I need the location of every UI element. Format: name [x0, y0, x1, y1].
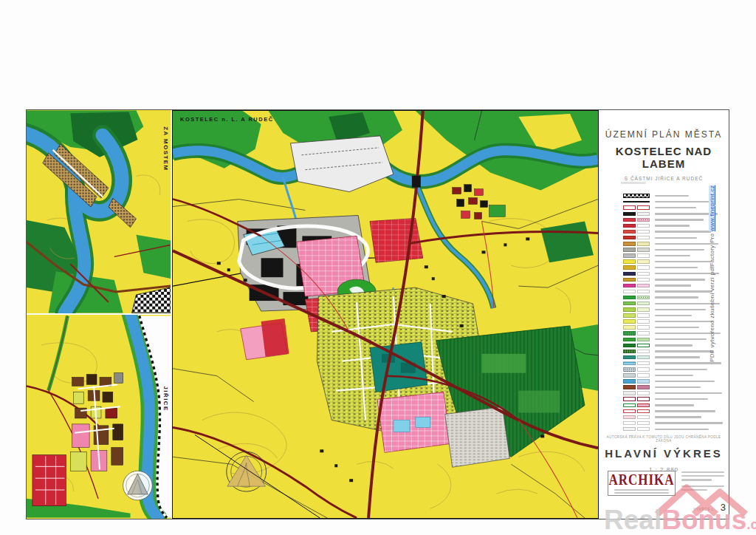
legend-swatch-proposed: [637, 284, 650, 288]
legend-swatch-proposed: [637, 355, 650, 360]
legend-swatch-existing: [623, 403, 636, 408]
inset-map-jirice: JIŘICE: [27, 315, 172, 519]
legend-swatch-proposed: [637, 307, 650, 312]
legend-swatch-existing: [623, 415, 636, 420]
legend-swatch-proposed: [637, 301, 650, 306]
legend-label-illegible: [655, 249, 704, 251]
legend-label-illegible: [655, 309, 706, 310]
legend-label-illegible: [655, 290, 712, 292]
legend-row: [623, 384, 726, 390]
legend-row: [623, 372, 726, 378]
legend-swatch-existing: [623, 253, 636, 258]
legend-swatch-existing: [623, 296, 636, 300]
legend-outline-swatch: [637, 409, 650, 414]
legend-label-illegible: [655, 237, 697, 239]
legend-swatch-proposed: [637, 427, 650, 432]
inset-bottom-svg: JIŘICE: [27, 315, 171, 519]
legend-swatch-proposed: [637, 391, 650, 395]
legend-swatch-proposed: [637, 236, 650, 240]
legend-label-illegible: [655, 231, 711, 232]
legend-swatch-proposed: [637, 259, 650, 264]
legend-swatch-proposed: [637, 415, 650, 420]
legend-label-illegible: [655, 404, 694, 406]
legend-label-illegible: [655, 416, 701, 418]
legend-row: [623, 408, 726, 414]
inset-top-svg: ZA MOSTEM: [27, 110, 171, 313]
legend-swatch-proposed: [637, 253, 650, 258]
legend-swatch-existing: [623, 344, 636, 348]
legend-swatch-existing: [623, 301, 636, 306]
realbonus-part1: Real: [604, 505, 662, 535]
main-map-svg: KOSTELEC n. L. A RUDEČ: [173, 111, 598, 518]
legend-swatch-proposed: [637, 242, 650, 246]
legend-label-illegible: [655, 261, 712, 262]
legend-label-illegible: [655, 362, 721, 364]
legend-swatch-proposed: [637, 350, 650, 354]
legend-swatch-existing: [623, 379, 636, 384]
legend-label-illegible: [655, 422, 723, 423]
legend-swatch-existing: [623, 236, 636, 240]
legend-label-illegible: [655, 398, 708, 400]
legend-swatch-proposed: [637, 338, 650, 342]
legend-label-illegible: [655, 296, 698, 298]
legend-label-illegible: [655, 375, 693, 376]
legend-label-illegible: [655, 219, 704, 220]
drawing-title-block: AUTORSKÁ PRÁVA K TOMUTO DÍLU JSOU CHRÁNĚ…: [599, 435, 729, 473]
legend-swatch-existing: [623, 224, 636, 228]
legend-row: [623, 420, 726, 426]
realbonus-part2: Bonus: [662, 505, 746, 535]
main-map: KOSTELEC n. L. A RUDEČ: [172, 110, 599, 519]
legend-boundary-checker-swatch: [623, 194, 650, 198]
realbonus-watermark: RealBonus.cz: [604, 505, 756, 535]
legend-swatch-existing: [623, 355, 636, 360]
legend-label-illegible: [655, 429, 709, 430]
legend-outline-swatch: [623, 397, 636, 401]
legend-line-swatch: [623, 201, 650, 203]
legend-swatch-existing: [623, 259, 636, 264]
legend-swatch-existing: [623, 391, 636, 395]
legend-label-illegible: [655, 392, 722, 394]
legend-swatch-existing: [623, 361, 636, 366]
legend-row: [623, 367, 726, 372]
legend-swatch-existing: [623, 290, 636, 294]
legend-swatch-existing: [623, 212, 636, 217]
plan-sheet: ZA MOSTEM: [26, 109, 729, 519]
legend-label-illegible: [655, 321, 713, 322]
legend-swatch-proposed: [637, 373, 650, 378]
legend-swatch-existing: [623, 313, 636, 318]
legend-swatch-existing: [623, 242, 636, 246]
legend-swatch-proposed: [637, 385, 650, 389]
legend-swatch-existing: [623, 218, 636, 222]
legend-label-illegible: [655, 344, 693, 346]
legend-swatch-proposed: [637, 331, 650, 335]
legend-swatch-existing: [623, 319, 636, 324]
legend-swatch-existing: [623, 331, 636, 335]
legend-swatch-proposed: [637, 278, 650, 282]
legend-row: [623, 378, 726, 384]
legend-label-illegible: [655, 284, 691, 286]
legend-swatch-existing: [623, 248, 636, 252]
legend-swatch-proposed: [637, 224, 650, 228]
legend-row: [623, 402, 726, 408]
legend-label-illegible: [655, 327, 699, 328]
legend-label-illegible: [655, 207, 696, 208]
legend-row: [623, 396, 726, 402]
legend-row: [623, 414, 726, 420]
legend-swatch-existing: [623, 338, 636, 342]
legend-swatch-proposed: [637, 218, 650, 222]
legend-swatch-proposed: [637, 272, 650, 276]
legend-swatch-proposed: [637, 403, 650, 408]
legend-swatch-existing: [623, 350, 636, 354]
legend-swatch-proposed: [637, 361, 650, 366]
legend-swatch-proposed: [637, 212, 650, 217]
legend-swatch-existing: [623, 230, 636, 234]
illegible-text-line: [621, 182, 646, 184]
legend-label-illegible: [655, 381, 715, 382]
legend-swatch-proposed: [637, 367, 650, 372]
realbonus-suffix: .cz: [746, 517, 756, 532]
legend-label-illegible: [655, 410, 715, 412]
legend-swatch-existing: [623, 278, 636, 282]
legend-swatch-proposed: [637, 319, 650, 324]
legend-swatch-existing: [623, 373, 636, 378]
pdffactory-link[interactable]: www.fineprint.cz: [709, 185, 715, 232]
